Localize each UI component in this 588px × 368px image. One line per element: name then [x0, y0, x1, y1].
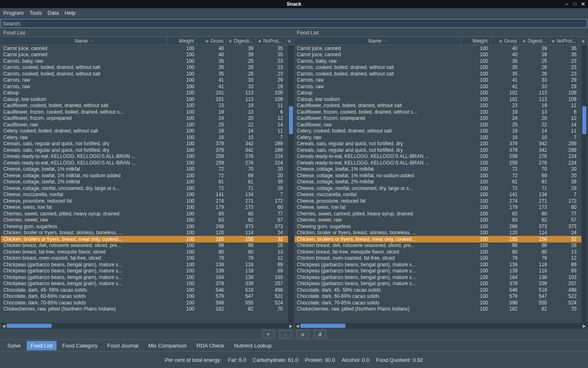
vertical-scrollbar[interactable]: [581, 45, 587, 323]
table-row[interactable]: Cereals, oats, regular and quick, not fo…: [295, 141, 588, 147]
table-row[interactable]: Cheese, cottage, lowfat, 2% milkfat10081…: [295, 179, 588, 185]
table-row[interactable]: Cheese, swiss, low fat10017917360: [1, 204, 294, 211]
table-row[interactable]: Cereals, oats, regular and quick, not fo…: [295, 147, 588, 153]
table-row[interactable]: Cauliflower, cooked, boiled, drained, wi…: [295, 103, 588, 109]
table-row[interactable]: Chocolate, dark, 60-69% cacao solids1005…: [1, 293, 294, 300]
table-row[interactable]: Chickpeas (garbanzo beans, bengal gram),…: [295, 274, 588, 281]
tab-solve[interactable]: Solve: [3, 341, 25, 350]
menu-help[interactable]: Help: [65, 10, 76, 16]
table-row[interactable]: Cheese, cottage, nonfat, uncreamed, dry,…: [1, 185, 294, 192]
table-row[interactable]: Cereals ready-to-eat, KELLOGG, KELLOGG'S…: [1, 160, 294, 166]
column-header[interactable]: ⚹ Digesti...: [520, 37, 549, 45]
menu-tools[interactable]: Tools: [30, 10, 42, 16]
table-row[interactable]: Chewing gum, sugarless100268373373: [1, 223, 294, 230]
scroll-left-icon[interactable]: ◀: [295, 324, 300, 328]
table-row[interactable]: Carrots, baby, raw100352523: [295, 58, 588, 64]
table-row[interactable]: Chewing gum, sugarless100268373373: [295, 223, 588, 230]
tab-rda-check[interactable]: RDA Check: [193, 341, 228, 350]
table-row[interactable]: Catsup100101113109: [295, 90, 588, 96]
table-row[interactable]: Chickpeas (garbanzo beans, bengal gram),…: [295, 281, 588, 287]
table-row[interactable]: Chicken breast, oven-roasted, fat-free, …: [1, 255, 294, 262]
table-row[interactable]: Celery, raw10016107: [295, 134, 588, 141]
scroll-right-icon[interactable]: ▶: [288, 324, 294, 328]
tab-nutrient-lookup[interactable]: Nutrient Lookup: [230, 341, 276, 350]
column-header[interactable]: Weight: [168, 37, 197, 45]
table-row[interactable]: Cheese, provolone, reduced fat1002742711…: [295, 198, 588, 204]
table-row[interactable]: Chocolate, dark, 60-69% cacao solids1005…: [295, 293, 588, 300]
table-row[interactable]: Catsup100101113109: [1, 90, 294, 96]
horizontal-scrollbar[interactable]: ◀▶: [295, 323, 588, 329]
table-row[interactable]: Carrots, baby, raw100352523: [1, 58, 294, 64]
table-row[interactable]: Carrots, raw100413329: [1, 77, 294, 84]
menu-program[interactable]: Program: [3, 10, 24, 16]
table-row[interactable]: Chicken breast, deli, rotisserie seasone…: [1, 242, 294, 249]
table-row[interactable]: Chicken breast, deli, rotisserie seasone…: [295, 242, 588, 249]
scroll-right-icon[interactable]: ▶: [581, 324, 587, 328]
column-header[interactable]: ⚹ NoProt...: [256, 37, 286, 45]
table-row[interactable]: Celery, cooked, boiled, drained, without…: [1, 128, 294, 135]
column-header[interactable]: Name—: [1, 37, 168, 45]
scroll-thumb[interactable]: [300, 324, 345, 328]
table-row[interactable]: Chickpeas (garbanzo beans, bengal gram),…: [1, 281, 294, 287]
table-row[interactable]: Cheese, cottage, lowfat, 1% milkfat, no …: [1, 172, 294, 179]
table-row[interactable]: Cauliflower, cooked, boiled, drained, wi…: [1, 103, 294, 109]
table-row[interactable]: Cheese, provolone, reduced fat1002742711…: [1, 198, 294, 204]
table-row[interactable]: Celery, cooked, boiled, drained, without…: [295, 128, 588, 135]
table-row[interactable]: Chicken, broilers or fryers, breast, mea…: [1, 236, 294, 242]
tab-food-category[interactable]: Food Category: [58, 341, 102, 350]
table-row[interactable]: Cheese, cottage, lowfat, 1% milkfat10072…: [1, 166, 294, 173]
table-row[interactable]: Cauliflower, raw100252214: [295, 121, 588, 128]
table-row[interactable]: Carrots, cooked, boiled, drained, withou…: [1, 64, 294, 71]
vertical-scrollbar[interactable]: [288, 45, 294, 323]
minimize-icon[interactable]: –: [564, 2, 569, 7]
column-header[interactable]: ⚹ Gross: [197, 37, 227, 45]
table-row[interactable]: Chocolate, dark, 70-85% cacao solids1005…: [295, 299, 588, 306]
table-row[interactable]: Carrots, raw100413329: [295, 77, 588, 84]
table-row[interactable]: Carrot juice, canned100403935: [1, 45, 294, 52]
table-row[interactable]: Cauliflower, frozen, unprepared100242012: [1, 115, 294, 122]
table-row[interactable]: Carrot juice, canned100403935: [295, 45, 588, 52]
tab-mix-comparison[interactable]: Mix Comparison: [144, 341, 191, 350]
table-row[interactable]: Cereals, oats, regular and quick, not fo…: [1, 141, 294, 147]
table-row[interactable]: Cheese, cottage, lowfat, 2% milkfat10081…: [1, 179, 294, 185]
table-row[interactable]: Carrots, cooked, boiled, drained, withou…: [1, 71, 294, 77]
table-row[interactable]: Chickpeas (garbanzo beans, bengal gram),…: [295, 261, 588, 268]
column-header[interactable]: ⚹ Gross: [490, 37, 520, 45]
u-button[interactable]: u: [297, 330, 309, 338]
table-row[interactable]: Chicken breast, fat-free, mesquite flavo…: [295, 249, 588, 255]
table-row[interactable]: Carrots, raw100413329: [1, 83, 294, 90]
table-row[interactable]: Chickpeas (garbanzo beans, bengal gram),…: [1, 261, 294, 268]
column-header[interactable]: ⚹ NoProt...: [549, 37, 579, 45]
table-row[interactable]: Chocolate, dark, 70-85% cacao solids1005…: [1, 299, 294, 306]
search-input[interactable]: [24, 21, 585, 27]
tab-food-journal[interactable]: Food Journal: [103, 341, 143, 350]
scroll-thumb[interactable]: [289, 106, 293, 134]
table-row[interactable]: Chickpeas (garbanzo beans, bengal gram),…: [1, 268, 294, 274]
table-row[interactable]: Carrots, raw100413329: [295, 83, 588, 90]
table-row[interactable]: Carrot juice, canned100403935: [295, 52, 588, 58]
table-row[interactable]: Cauliflower, raw100252214: [1, 121, 294, 128]
table-row[interactable]: Cherries, sweet, raw100636257: [295, 217, 588, 224]
table-row[interactable]: Chocolate, dark, 45- 59% cacao solids100…: [295, 287, 588, 293]
table-row[interactable]: Cherries, sweet, canned, pitted, heavy s…: [1, 210, 294, 217]
menu-data[interactable]: Data: [48, 10, 59, 16]
maximize-icon[interactable]: □: [572, 2, 577, 7]
table-row[interactable]: Cheese, mozzarella, nonfat1001411347: [295, 192, 588, 198]
table-row[interactable]: Chickpeas (garbanzo beans, bengal gram),…: [295, 268, 588, 274]
minus-button[interactable]: -: [279, 330, 292, 338]
column-header[interactable]: ⚹: [286, 37, 294, 45]
table-row[interactable]: Cheese, swiss, low fat10017917360: [295, 204, 588, 211]
scroll-left-icon[interactable]: ◀: [1, 324, 7, 328]
table-row[interactable]: Carrots, cooked, boiled, drained, withou…: [295, 64, 588, 71]
table-row[interactable]: Chokecherries, raw, pitted (Northern Pla…: [1, 306, 294, 313]
table-row[interactable]: Chicken, broiler or fryers, breast, skin…: [295, 230, 588, 236]
table-row[interactable]: Catsup, low sodium100101113109: [1, 96, 294, 103]
table-row[interactable]: Chickpeas (garbanzo beans, bengal gram),…: [1, 274, 294, 281]
table-row[interactable]: Chocolate, dark, 45- 59% cacao solids100…: [1, 287, 294, 293]
table-row[interactable]: Chicken breast, fat-free, mesquite flavo…: [1, 249, 294, 255]
table-row[interactable]: Cheese, cottage, nonfat, uncreamed, dry,…: [295, 185, 588, 192]
table-row[interactable]: Cheese, cottage, lowfat, 1% milkfat, no …: [295, 172, 588, 179]
table-row[interactable]: Catsup, low sodium100101113109: [295, 96, 588, 103]
scroll-thumb[interactable]: [582, 106, 586, 134]
table-row[interactable]: Cauliflower, frozen, cooked, boiled, dra…: [1, 109, 294, 115]
